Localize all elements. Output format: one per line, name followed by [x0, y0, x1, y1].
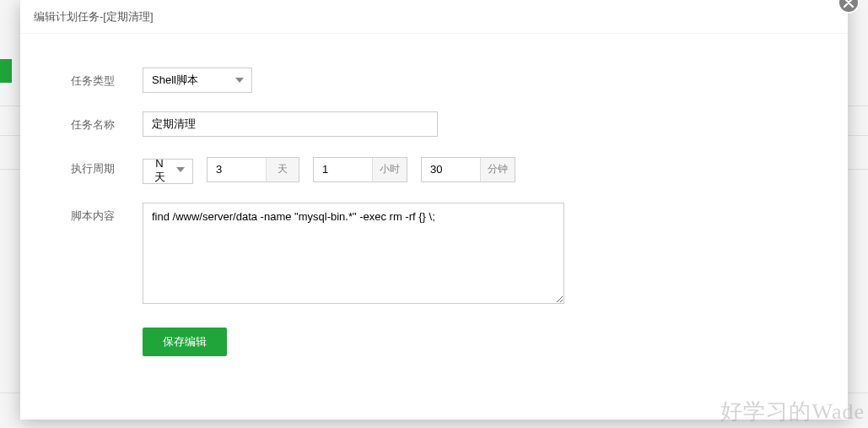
task-type-select[interactable]: Shell脚本 [143, 68, 252, 93]
days-input[interactable] [207, 157, 266, 182]
watermark-text: 好学习的Wade [720, 397, 865, 426]
task-type-value: Shell脚本 [152, 73, 198, 88]
modal-title: 编辑计划任务-[定期清理] [20, 0, 848, 34]
unit-day: 天 [266, 157, 299, 182]
unit-hour: 小时 [372, 157, 407, 182]
edit-task-modal: 编辑计划任务-[定期清理] 任务类型 Shell脚本 任务名称 执行周期 [20, 0, 848, 420]
label-task-name: 任务名称 [71, 111, 143, 133]
label-exec-cycle: 执行周期 [71, 155, 143, 176]
label-script-content: 脚本内容 [71, 203, 143, 224]
cycle-select-value: N天 [152, 157, 167, 185]
label-task-type: 任务类型 [71, 68, 143, 89]
unit-minute: 分钟 [480, 157, 515, 182]
sidebar-green-edge [0, 59, 12, 83]
task-name-input[interactable] [143, 111, 438, 137]
cycle-select[interactable]: N天 [143, 155, 193, 184]
script-content-textarea[interactable] [143, 203, 564, 304]
minutes-input[interactable] [421, 157, 480, 182]
hours-input[interactable] [313, 157, 372, 182]
save-button[interactable]: 保存编辑 [143, 328, 227, 356]
close-icon [843, 0, 855, 8]
